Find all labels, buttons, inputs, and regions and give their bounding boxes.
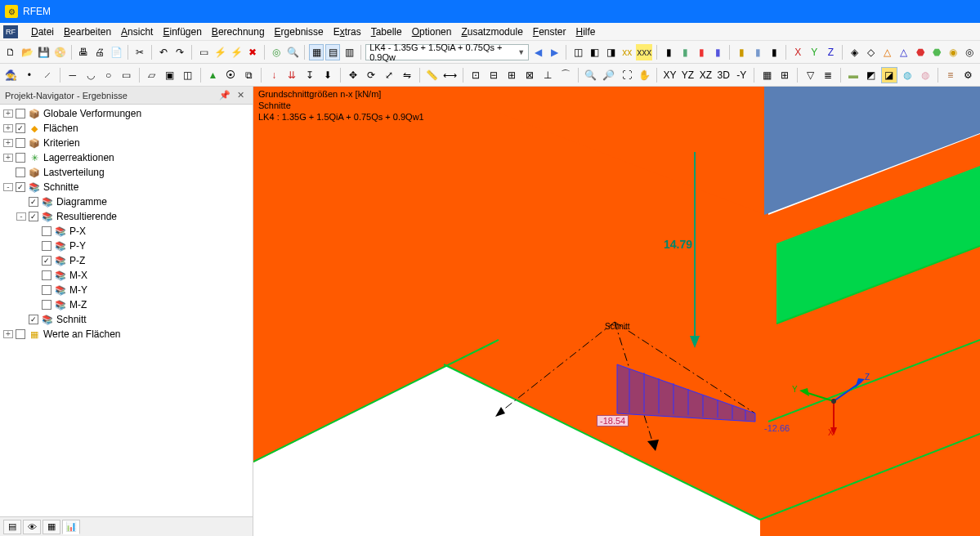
members-icon[interactable]: ⟋ <box>39 67 56 83</box>
nav-tab-views[interactable]: ▦ <box>43 520 60 534</box>
disp-6-icon[interactable]: ▮ <box>750 44 765 60</box>
support-icon[interactable]: ▲ <box>205 67 222 83</box>
tool-g-icon[interactable]: ◉ <box>946 44 960 60</box>
tool-d-icon[interactable]: △ <box>896 44 911 60</box>
tree-checkbox[interactable]: ✓ <box>16 123 25 133</box>
tree-checkbox[interactable] <box>42 270 51 280</box>
toggle-values-icon[interactable]: xxx <box>636 44 652 60</box>
tree-item[interactable]: -✓📚Schnitte <box>0 180 253 194</box>
save-icon[interactable]: 💾 <box>36 44 51 60</box>
view-yz-icon[interactable]: YZ <box>679 67 696 83</box>
menu-ergebnisse[interactable]: Ergebnisse <box>270 25 329 39</box>
disp-5-icon[interactable]: ▮ <box>734 44 749 60</box>
move-icon[interactable]: ✥ <box>345 67 361 83</box>
tree-checkbox[interactable]: ✓ <box>16 182 25 192</box>
cut-icon[interactable]: ✂ <box>132 44 147 60</box>
tree-expander-icon[interactable]: + <box>3 124 13 132</box>
load2-icon[interactable]: ⇊ <box>284 67 300 83</box>
solid-icon[interactable]: ▣ <box>162 67 178 83</box>
tool-b-icon[interactable]: ◇ <box>863 44 878 60</box>
clip-icon[interactable]: ◩ <box>863 67 879 83</box>
tree-item[interactable]: +📦Kriterien <box>0 136 253 150</box>
nodes-icon[interactable]: • <box>21 67 38 83</box>
iso-2-icon[interactable]: ◍ <box>917 67 933 83</box>
display-4-icon[interactable]: ▮ <box>710 44 725 60</box>
display-3-icon[interactable]: ▮ <box>694 44 709 60</box>
rect-icon[interactable]: ▭ <box>119 67 135 83</box>
wizard-icon[interactable]: 🧙 <box>3 67 20 83</box>
tree-expander-icon[interactable]: + <box>3 330 13 338</box>
open-file-icon[interactable]: 📂 <box>20 44 34 60</box>
menu-zusatzmodule[interactable]: Zusatzmodule <box>456 25 527 39</box>
tool-c-icon[interactable]: △ <box>879 44 894 60</box>
tree-checkbox[interactable] <box>16 138 25 148</box>
display-2-icon[interactable]: ▮ <box>678 44 692 60</box>
circle-icon[interactable]: ○ <box>101 67 117 83</box>
measure-icon[interactable]: 📏 <box>424 67 441 83</box>
tree-item[interactable]: +▦Werte an Flächen <box>0 327 253 342</box>
view-neg-icon[interactable]: -Y <box>733 67 750 83</box>
tree-item[interactable]: +✓◆Flächen <box>0 121 253 136</box>
axis-y-icon[interactable]: Y <box>807 44 821 60</box>
scale-icon[interactable]: ⤢ <box>381 67 397 83</box>
release-icon[interactable]: ⧉ <box>240 67 257 83</box>
tree-item[interactable]: 📚P-Y <box>0 239 253 253</box>
grid-icon[interactable]: ▦ <box>758 67 775 83</box>
navigator-tree[interactable]: +📦Globale Verformungen+✓◆Flächen+📦Kriter… <box>0 105 253 516</box>
view-iso-icon[interactable]: 3D <box>715 67 732 83</box>
tree-checkbox[interactable] <box>42 300 51 310</box>
mirror-icon[interactable]: ⇋ <box>399 67 415 83</box>
new-file-icon[interactable]: 🗋 <box>3 44 18 60</box>
dim-icon[interactable]: ⟷ <box>442 67 459 83</box>
zoom-all-icon[interactable]: ⛶ <box>619 67 635 83</box>
surface-icon[interactable]: ▱ <box>144 67 160 83</box>
menu-optionen[interactable]: Optionen <box>407 25 457 39</box>
tree-item[interactable]: 📚M-Y <box>0 283 253 297</box>
section-icon[interactable]: ▬ <box>845 67 861 83</box>
tree-expander-icon[interactable]: + <box>3 109 13 118</box>
tool-a-icon[interactable]: ◈ <box>847 44 861 60</box>
undo-icon[interactable]: ↶ <box>156 44 171 60</box>
display-1-icon[interactable]: ▮ <box>661 44 676 60</box>
prev-lc-icon[interactable]: ◀ <box>530 44 545 60</box>
snap-end-icon[interactable]: ⊞ <box>503 67 520 83</box>
tree-item[interactable]: -✓📚Resultierende <box>0 209 253 224</box>
print-preview-icon[interactable]: 🖨 <box>92 44 107 60</box>
tree-item[interactable]: 📚M-Z <box>0 297 253 312</box>
menu-tabelle[interactable]: Tabelle <box>366 25 407 39</box>
tree-item[interactable]: +📦Globale Verformungen <box>0 106 253 121</box>
tree-checkbox[interactable]: ✓ <box>29 197 38 207</box>
menu-ansicht[interactable]: Ansicht <box>116 25 158 39</box>
tree-checkbox[interactable] <box>16 109 25 118</box>
loadcase-combo[interactable]: LK4 - 1.35G + 1.5QiA + 0.75Qs + 0.9Qw ▼ <box>365 44 529 60</box>
view-list-icon[interactable]: ▤ <box>325 44 340 60</box>
save-all-icon[interactable]: 📀 <box>52 44 67 60</box>
render-trans-icon[interactable]: ◨ <box>603 44 618 60</box>
menu-hilfe[interactable]: Hilfe <box>571 25 601 39</box>
tree-checkbox[interactable] <box>42 285 51 295</box>
nav-tab-data[interactable]: ▤ <box>3 520 21 534</box>
tree-item[interactable]: +✳Lagerreaktionen <box>0 150 253 165</box>
load-icon[interactable]: ↓ <box>266 67 282 83</box>
menu-datei[interactable]: Datei <box>26 25 59 39</box>
tree-item[interactable]: 📚M-X <box>0 268 253 283</box>
close-icon[interactable]: ✕ <box>234 90 248 100</box>
render-solid-icon[interactable]: ◫ <box>571 44 585 60</box>
menu-einfügen[interactable]: Einfügen <box>158 25 206 39</box>
zoom-in-icon[interactable]: 🔍 <box>583 67 599 83</box>
tree-expander-icon[interactable]: + <box>3 154 13 162</box>
tree-checkbox[interactable] <box>42 226 51 236</box>
nav-tab-results[interactable]: 📊 <box>62 520 80 534</box>
render-wire-icon[interactable]: ◧ <box>587 44 602 60</box>
snap-int-icon[interactable]: ⊠ <box>521 67 538 83</box>
tree-expander-icon[interactable]: - <box>3 183 13 191</box>
tree-checkbox[interactable]: ✓ <box>29 315 38 324</box>
menu-bearbeiten[interactable]: Bearbeiten <box>59 25 116 39</box>
toggle-labels-icon[interactable]: xx <box>620 44 634 60</box>
load4-icon[interactable]: ⬇ <box>320 67 336 83</box>
menu-extras[interactable]: Extras <box>329 25 366 39</box>
tree-item[interactable]: 📚P-X <box>0 224 253 239</box>
view-xz-icon[interactable]: XZ <box>697 67 714 83</box>
tree-checkbox[interactable] <box>16 168 25 177</box>
line-icon[interactable]: ─ <box>65 67 81 83</box>
